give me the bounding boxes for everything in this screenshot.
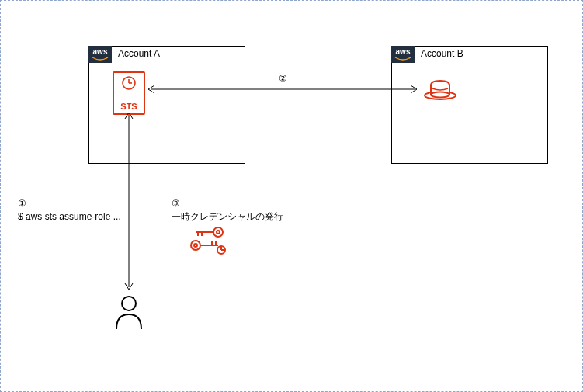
step-1-text: $ aws sts assume-role ... [18,210,121,224]
temporary-credentials-icon [187,224,227,255]
step-3-label: ③ 一時クレデンシャルの発行 [172,197,283,224]
account-a-header: aws Account A [88,46,166,63]
iam-role-icon [423,78,457,101]
step-1-number: ① [18,197,121,210]
svg-point-9 [217,231,220,234]
svg-point-8 [213,227,223,237]
account-a-label: Account A [112,46,166,63]
step-1-label: ① $ aws sts assume-role ... [18,197,121,224]
aws-logo-icon: aws [391,46,415,63]
svg-point-6 [122,297,136,310]
aws-logo-text: aws [93,47,108,56]
step-3-number: ③ [172,197,283,210]
aws-logo-text: aws [396,47,411,56]
user-icon [113,294,144,330]
svg-point-14 [194,244,197,247]
aws-logo-icon: aws [88,46,112,63]
account-b-box: aws Account B [391,46,548,164]
svg-point-4 [431,92,449,98]
svg-point-13 [191,241,200,250]
step-2-number: ② [279,72,287,85]
account-a-box: aws Account A STS [88,46,245,164]
account-b-label: Account B [415,46,470,63]
sts-service-box: STS [113,71,145,115]
arrow-step-2 [145,84,420,95]
step-3-text: 一時クレデンシャルの発行 [172,210,283,224]
sts-clock-icon [121,75,137,91]
diagram-canvas: aws Account A STS aws Account B [0,0,583,392]
arrow-step-1-3 [123,109,134,293]
account-b-header: aws Account B [391,46,470,63]
